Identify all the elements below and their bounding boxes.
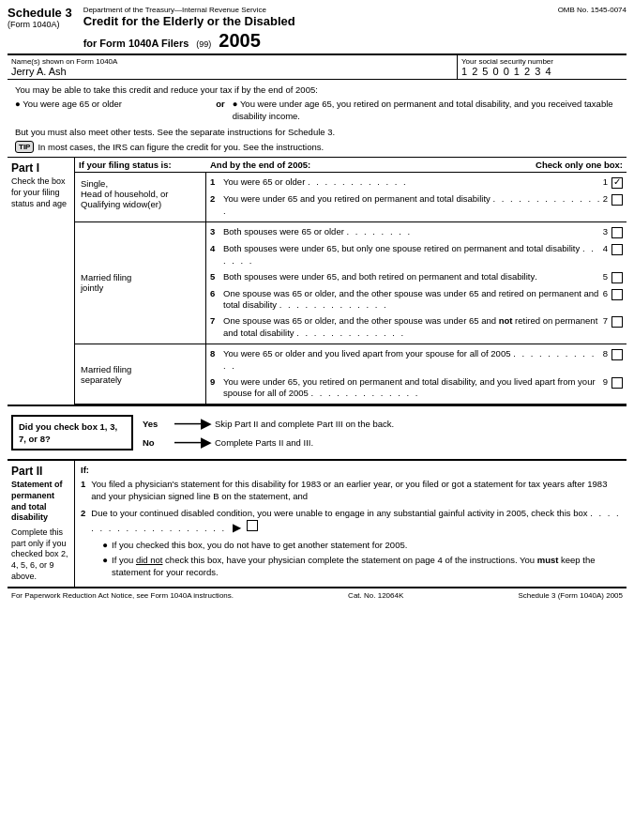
opt-num-9: 9 [210,376,223,387]
options-single: 1 You were 65 or older . . . . . . . . .… [206,173,626,221]
opt-text-8: You were 65 or older and you lived apart… [223,348,603,373]
check-question-box: Did you check box 1, 3, 7, or 8? [11,415,133,451]
part2-arrow-sym: ▶ [233,521,241,534]
year: 2005 [219,30,261,52]
bullet-text-1: If you checked this box, you do not have… [112,539,407,551]
intro-text1: You may be able to take this credit and … [15,84,619,96]
checkbox-3[interactable] [611,227,623,238]
omb: OMB No. 1545-0074 [558,6,626,14]
bullet-2: ● If you did not check this box, have yo… [102,554,621,579]
opt-ref-5: 5 [603,271,608,282]
part2-container: Part II Statement of permanent and total… [8,461,626,588]
filing-section-single: Single, Head of household, or Qualifying… [75,173,626,222]
checkbox-4[interactable] [611,244,623,255]
cat-num: Cat. No. 12064K [348,591,403,600]
part2-text-1: You filed a physician's statement for th… [91,478,621,503]
ssn-cell: Your social security number 1 2 5 0 0 1 … [458,55,626,79]
option-row-3: 3 Both spouses were 65 or older . . . . … [206,224,626,241]
opt-num-7: 7 [210,315,223,326]
checkbox-1[interactable] [611,177,623,189]
opt-ref-9: 9 [603,376,608,387]
header: Schedule 3 (Form 1040A) Department of th… [8,6,626,54]
option-row-5: 5 Both spouses were under 65, and both r… [206,269,626,286]
dept-label: Department of the Treasury—Internal Reve… [83,6,558,14]
part2-num-1: 1 [81,478,85,490]
opt-num-1: 1 [210,176,223,187]
option-row-4: 4 Both spouses were under 65, but only o… [206,241,626,269]
part2-if: If: [81,465,621,475]
part1-content: If your filing status is: And by the end… [75,158,626,405]
option-row-7: 7 One spouse was 65 or older, and the ot… [206,313,626,342]
bullet-dot1: ● [15,99,23,109]
col-status-header: If your filing status is: [79,160,210,170]
no-label: No [143,437,171,448]
name-value: Jerry A. Ash [11,66,453,77]
name-row: Name(s) shown on Form 1040A Jerry A. Ash… [8,54,626,80]
part2-content: If: 1 You filed a physician's statement … [75,461,626,587]
filing-status-jointly: Married filing jointly [75,222,206,344]
schedule-title: Schedule 3 [8,6,72,20]
part2-label: Part II [11,465,70,478]
checkbox-2[interactable] [611,194,623,206]
opt-ref-3: 3 [603,226,608,237]
ssn-value: 1 2 5 0 0 1 2 3 4 [461,66,623,77]
part2-text-2: Due to your continued disabled condition… [91,507,621,579]
checkbox-6[interactable] [611,289,623,300]
part1-desc: Check the box for your filing status and… [11,176,70,209]
header-center: Department of the Treasury—Internal Reve… [72,6,558,52]
intro-bullet2: You were under age 65, you retired on pe… [233,99,613,121]
header-left: Schedule 3 (Form 1040A) [8,6,72,29]
table-header: If your filing status is: And by the end… [75,158,626,173]
opt-num-4: 4 [210,243,223,253]
intro-or: or [216,98,225,110]
filing-section-jointly: Married filing jointly 3 Both spouses we… [75,222,626,344]
checkbox-part2[interactable] [247,520,258,531]
checkbox-5[interactable] [611,272,623,283]
part1-label: Part I [11,161,70,175]
part1-container: Part I Check the box for your filing sta… [8,158,626,406]
page: Schedule 3 (Form 1040A) Department of th… [0,0,634,608]
opt-text-7: One spouse was 65 or older, and the othe… [223,315,603,340]
name-cell: Name(s) shown on Form 1040A Jerry A. Ash [8,55,458,79]
yes-label: Yes [143,419,171,429]
checkbox-8[interactable] [611,349,623,360]
opt-num-5: 5 [210,271,223,282]
yes-arrow-row: Yes ——▶ Skip Part II and complete Part I… [143,416,623,431]
yes-result: Skip Part II and complete Part III on th… [215,419,394,429]
part2-item-2: 2 Due to your continued disabled conditi… [81,507,621,579]
part2-note: Complete this part only if you checked b… [11,527,70,582]
intro-bullet2-block: ● You were under age 65, you retired on … [233,98,619,123]
filing-status-separately: Married filing separately [75,344,206,404]
omb-block: OMB No. 1545-0074 [558,6,626,14]
options-jointly: 3 Both spouses were 65 or older . . . . … [206,222,626,344]
tip-badge: TIP [15,141,34,153]
credit-title: Credit for the Elderly or the Disabled [83,14,558,30]
tip-box: TIP In most cases, the IRS can figure th… [15,141,324,153]
intro-text2: But you must also meet other tests. See … [15,126,619,138]
opt-num-2: 2 [210,193,223,204]
checkbox-9[interactable] [611,377,623,389]
option-row-8: 8 You were 65 or older and you lived apa… [206,346,626,374]
opt-text-5: Both spouses were under 65, and both ret… [223,271,603,283]
opt-text-3: Both spouses were 65 or older . . . . . … [223,226,603,238]
part1-label-col: Part I Check the box for your filing sta… [8,158,75,405]
opt-ref-2: 2 [603,193,608,204]
part2-item2-main: Due to your continued disabled condition… [91,508,620,533]
opt-text-1: You were 65 or older . . . . . . . . . .… [223,176,603,189]
part2-label-col: Part II Statement of permanent and total… [8,461,75,587]
bullet-dot2: ● [233,99,240,109]
tip-text: In most cases, the IRS can figure the cr… [38,141,324,153]
ssn-label: Your social security number [461,57,623,66]
bullet-text-2: If you did not check this box, have your… [112,554,621,579]
filing-status-single: Single, Head of household, or Qualifying… [75,173,206,221]
option-row-2: 2 You were under 65 and you retired on p… [206,191,626,220]
checkbox-7[interactable] [611,316,623,328]
check-question-text: Did you check box 1, 3, 7, or 8? [19,421,117,444]
yes-arrow-sym: ——▶ [174,416,211,431]
bullet-1: ● If you checked this box, you do not ha… [102,539,621,551]
paperwork-notice: For Paperwork Reduction Act Notice, see … [11,591,234,600]
opt-text-4: Both spouses were under 65, but only one… [223,243,603,267]
opt-text-6: One spouse was 65 or older, and the othe… [223,288,603,313]
opt-ref-8: 8 [603,348,608,359]
form-ref: (Form 1040A) [8,20,72,29]
